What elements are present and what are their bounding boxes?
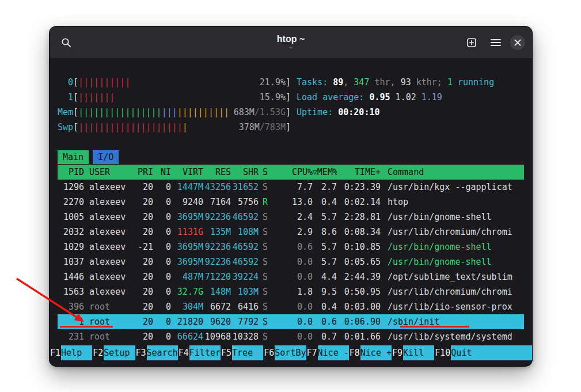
cell-user: alexeev — [84, 224, 131, 239]
swp-meter-value: 378M — [239, 120, 260, 135]
cell-pri: -21 — [131, 239, 153, 254]
process-row-pid-1563[interactable]: 1563alexeev20032.7G148M103MS1.89.50:50.9… — [58, 284, 524, 299]
swp-meter-total: /783M — [260, 120, 286, 135]
process-row-pid-1005[interactable]: 1005alexeev2003695M9223646592S2.45.72:28… — [58, 210, 524, 224]
fkey-f3[interactable]: F3Search — [135, 345, 178, 360]
column-header-pid[interactable]: PID — [58, 165, 84, 180]
cell-pri: 20 — [131, 329, 153, 344]
fkey-action-label: Kill — [403, 345, 434, 360]
cell-state: S — [259, 284, 272, 299]
fkey-key-label: F1 — [50, 345, 61, 360]
process-row-pid-396[interactable]: 396root200304M66726416S0.00.40:03.00/usr… — [58, 299, 524, 314]
cell-ni: 0 — [153, 254, 171, 269]
cell-virt: 32.7G — [171, 284, 203, 299]
process-row-pid-231[interactable]: 231root200666241096810328S0.00.70:01.66/… — [58, 329, 524, 344]
menu-button[interactable] — [486, 33, 506, 52]
tab-io[interactable]: I/O — [93, 150, 119, 164]
fkey-f7[interactable]: F7Nice - — [306, 345, 349, 360]
column-header-shr[interactable]: SHR — [231, 165, 259, 180]
cpu0-meter-value: 21.9% — [260, 75, 286, 90]
column-header-ni[interactable]: NI — [153, 165, 171, 180]
close-button[interactable] — [510, 35, 525, 50]
cell-state: S — [259, 254, 272, 269]
cell-res: 135M — [203, 224, 231, 239]
fkey-action-label: Nice - — [318, 345, 349, 360]
cell-mem: 5.7 — [313, 254, 337, 269]
fkey-f1[interactable]: F1Help — [50, 345, 92, 360]
cell-mem: 0.4 — [313, 195, 337, 210]
fkey-f4[interactable]: F4Filter — [178, 345, 221, 360]
process-row-pid-2270[interactable]: 2270alexeev200924071645756R13.00.40:02.1… — [58, 195, 524, 210]
cell-pri: 20 — [131, 299, 153, 314]
cell-state: R — [259, 195, 272, 210]
cell-shr: 10328 — [231, 329, 259, 344]
tasks-text: Tasks: 89, 347 thr, 93 kthr; 1 running — [297, 75, 524, 90]
cell-res: 92236 — [203, 239, 231, 254]
fkey-f5[interactable]: F5Tree — [221, 345, 263, 360]
column-header-res[interactable]: RES — [203, 165, 231, 180]
fkey-key-label: F4 — [178, 345, 189, 360]
fkey-action-label: Filter — [189, 345, 221, 360]
cell-time: 0:03.00 — [337, 299, 381, 314]
mem-meter-value: 683M — [234, 105, 255, 120]
cell-virt: 9240 — [171, 195, 203, 210]
process-row-pid-1446[interactable]: 1446alexeev200487M7122039224S0.04.42:44.… — [58, 269, 524, 284]
screen-tabs: Main I/O — [58, 150, 524, 165]
search-button[interactable] — [56, 33, 76, 52]
column-header-mem[interactable]: ▽MEM% — [313, 165, 337, 180]
mem-meter-total: /1.53G — [255, 105, 286, 120]
console-window: htop ~ ~ — [49, 26, 533, 367]
column-header-command[interactable]: Command — [381, 165, 524, 180]
fkey-f9[interactable]: F9Kill — [392, 345, 434, 360]
process-row-pid-2032[interactable]: 2032alexeev2001131G135M108MS2.98.60:08.3… — [58, 224, 524, 239]
cell-state: S — [259, 269, 272, 284]
cell-cpu: 0.0 — [272, 329, 313, 344]
new-tab-button[interactable] — [462, 33, 481, 52]
meter-bracket-open: [ — [73, 120, 78, 135]
process-row-pid-1[interactable]: 1root2002182096207792S0.00.60:06.90/sbin… — [58, 314, 524, 329]
cell-ni: 0 — [153, 210, 171, 224]
htop-screen[interactable]: 0[||||||||||21.9%]1[|||||||15.9%]Mem[|||… — [50, 59, 532, 367]
cell-cpu: 0.0 — [272, 314, 313, 329]
column-header-pri[interactable]: PRI — [131, 165, 153, 180]
cell-state: S — [259, 329, 272, 344]
swp-meter-bar: ||||||||||||||||||||| — [78, 120, 188, 135]
fkey-f10[interactable]: F10Quit — [434, 345, 532, 360]
tab-main[interactable]: Main — [58, 150, 89, 164]
cell-mem: 9.5 — [313, 284, 337, 299]
cell-pri: 20 — [131, 314, 153, 329]
cell-command: /usr/bin/gnome-shell — [381, 254, 524, 269]
cell-time: 0:02.14 — [337, 195, 381, 210]
column-header-state[interactable]: S — [259, 165, 272, 180]
meter-bracket-open: [ — [73, 90, 78, 105]
column-header-time[interactable]: TIME+ — [337, 165, 381, 180]
cell-virt: 487M — [171, 269, 203, 284]
column-header-cpu[interactable]: CPU% — [272, 165, 313, 180]
fkey-f8[interactable]: F8Nice + — [349, 345, 392, 360]
cell-ni: 0 — [153, 239, 171, 254]
titlebar-actions — [462, 33, 525, 52]
column-header-virt[interactable]: VIRT — [171, 165, 203, 180]
cell-pid: 1037 — [58, 254, 84, 269]
cell-user: root — [84, 329, 131, 344]
cell-res: 71220 — [203, 269, 231, 284]
fkey-f2[interactable]: F2Setup — [92, 345, 135, 360]
cpu1-meter: 1[|||||||15.9%] — [58, 90, 291, 105]
cell-res: 10968 — [203, 329, 231, 344]
cell-ni: 0 — [153, 284, 171, 299]
fkey-f6[interactable]: F6SortBy — [263, 345, 306, 360]
cell-virt: 3695M — [171, 239, 203, 254]
cell-cpu: 7.7 — [272, 180, 313, 195]
fkey-key-label: F7 — [306, 345, 318, 360]
fkey-key-label: F9 — [392, 345, 403, 360]
stats: Tasks: 89, 347 thr, 93 kthr; 1 runningLo… — [291, 75, 524, 135]
fkey-key-label: F5 — [221, 345, 232, 360]
cell-mem: 0.7 — [313, 329, 337, 344]
cpu0-meter-label: 0 — [58, 75, 73, 90]
process-row-pid-1029[interactable]: 1029alexeev-2103695M9223646592S0.65.70:1… — [58, 239, 524, 254]
cell-pri: 20 — [131, 180, 153, 195]
process-row-pid-1296[interactable]: 1296alexeev2001447M4325631652S7.72.70:23… — [58, 180, 524, 195]
column-header-user[interactable]: USER — [84, 165, 131, 180]
cell-command: /usr/bin/kgx --gapplicat — [381, 180, 524, 195]
process-row-pid-1037[interactable]: 1037alexeev2003695M9223646592S0.05.70:05… — [58, 254, 524, 269]
